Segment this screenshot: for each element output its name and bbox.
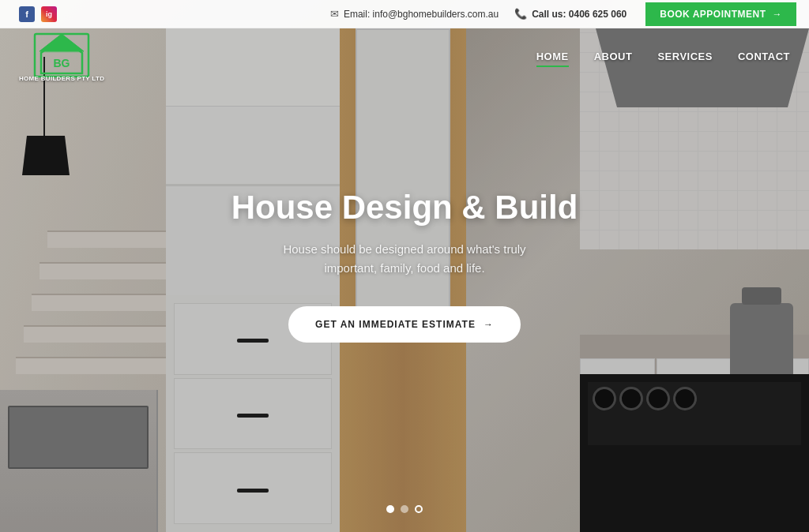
book-btn-label: BOOK APPOINTMENT <box>660 9 766 20</box>
hero-title: House Design & Build <box>207 189 602 226</box>
svg-marker-4 <box>40 34 84 51</box>
nav-links: HOME ABOUT SERVICES CONTACT <box>536 51 790 66</box>
estimate-button[interactable]: GET AN IMMEDIATE ESTIMATE → <box>288 306 521 343</box>
email-text: Email: info@bghomebuilders.com.au <box>344 9 499 20</box>
phone-text: Call us: 0406 625 060 <box>532 9 627 20</box>
nav-item-services[interactable]: SERVICES <box>657 51 713 66</box>
email-icon: ✉ <box>330 8 339 20</box>
logo[interactable]: BG HOME BUILDERS PTY LTD <box>19 32 104 83</box>
hero-subtitle: House should be designed around what's t… <box>207 240 602 278</box>
navbar: BG HOME BUILDERS PTY LTD HOME ABOUT SERV… <box>0 28 809 87</box>
top-bar: f ig ✉ Email: info@bghomebuilders.com.au… <box>0 0 809 28</box>
estimate-arrow-icon: → <box>484 319 494 330</box>
arrow-icon: → <box>773 9 783 20</box>
logo-svg: BG <box>33 32 90 78</box>
phone-contact: 📞 Call us: 0406 625 060 <box>514 8 627 20</box>
slider-dot-2[interactable] <box>401 505 408 513</box>
nav-item-home[interactable]: HOME <box>536 51 569 66</box>
nav-item-contact[interactable]: CONTACT <box>738 51 790 66</box>
hero-subtitle-line1: House should be designed around what's t… <box>283 242 525 256</box>
email-contact: ✉ Email: info@bghomebuilders.com.au <box>330 8 499 20</box>
contact-info: ✉ Email: info@bghomebuilders.com.au 📞 Ca… <box>330 8 627 20</box>
estimate-btn-label: GET AN IMMEDIATE ESTIMATE <box>315 319 476 330</box>
logo-text: HOME BUILDERS PTY LTD <box>19 75 104 83</box>
hero-subtitle-line2: important, family, food and life. <box>324 261 484 275</box>
slider-dot-3[interactable] <box>415 505 423 513</box>
hero-content: House Design & Build House should be des… <box>207 189 602 343</box>
slider-dot-1[interactable] <box>386 505 394 513</box>
svg-text:BG: BG <box>54 57 70 69</box>
phone-icon: 📞 <box>514 8 527 20</box>
book-appointment-button[interactable]: BOOK APPOINTMENT → <box>645 2 796 26</box>
social-links: f ig <box>19 6 57 22</box>
slider-dots <box>386 505 423 513</box>
facebook-icon[interactable]: f <box>19 6 35 22</box>
instagram-icon[interactable]: ig <box>41 6 57 22</box>
nav-item-about[interactable]: ABOUT <box>594 51 633 66</box>
